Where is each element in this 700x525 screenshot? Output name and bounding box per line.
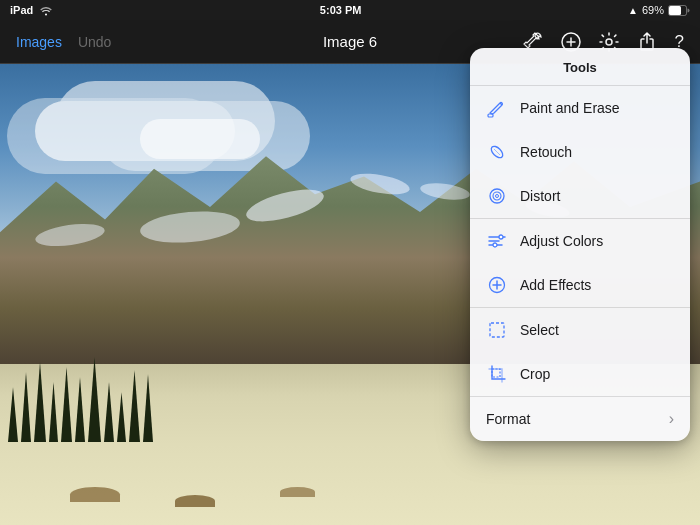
- toolbar-left: Images Undo: [16, 34, 111, 50]
- svg-rect-1: [669, 6, 681, 15]
- svg-rect-12: [490, 323, 504, 337]
- ipad-label: iPad: [10, 4, 33, 16]
- paint-erase-item[interactable]: Paint and Erase: [470, 86, 690, 130]
- status-right: ▲ 69%: [628, 4, 690, 16]
- wifi-icon: [39, 5, 53, 16]
- paint-erase-label: Paint and Erase: [520, 100, 620, 116]
- adjust-colors-icon: [486, 230, 508, 252]
- adjust-colors-item[interactable]: Adjust Colors: [470, 219, 690, 263]
- undo-button[interactable]: Undo: [78, 34, 111, 50]
- format-label: Format: [486, 411, 530, 427]
- status-time: 5:03 PM: [320, 4, 362, 16]
- menu-section-draw: Paint and Erase Retouch Distort: [470, 86, 690, 219]
- toolbar-title: Image 6: [323, 33, 377, 50]
- paint-erase-icon: [486, 97, 508, 119]
- menu-title: Tools: [470, 48, 690, 86]
- battery-label: 69%: [642, 4, 664, 16]
- svg-rect-13: [492, 369, 500, 377]
- status-bar: iPad 5:03 PM ▲ 69%: [0, 0, 700, 20]
- retouch-item[interactable]: Retouch: [470, 130, 690, 174]
- svg-point-6: [490, 189, 504, 203]
- svg-point-3: [606, 39, 612, 45]
- distort-label: Distort: [520, 188, 560, 204]
- tools-popup: Tools Paint and Erase Retouch: [470, 48, 690, 441]
- adjust-colors-label: Adjust Colors: [520, 233, 603, 249]
- signal-icon: ▲: [628, 5, 638, 16]
- retouch-icon: [486, 141, 508, 163]
- svg-rect-4: [488, 114, 493, 117]
- add-effects-icon: [486, 274, 508, 296]
- distort-item[interactable]: Distort: [470, 174, 690, 218]
- svg-point-8: [496, 195, 499, 198]
- format-chevron: ›: [669, 410, 674, 428]
- svg-point-9: [499, 235, 503, 239]
- add-effects-label: Add Effects: [520, 277, 591, 293]
- distort-icon: [486, 185, 508, 207]
- menu-section-color: Adjust Colors Add Effects: [470, 219, 690, 308]
- select-label: Select: [520, 322, 559, 338]
- status-left: iPad: [10, 4, 53, 16]
- menu-section-select: Select Crop: [470, 308, 690, 397]
- svg-point-7: [493, 192, 501, 200]
- battery-icon: [668, 5, 690, 16]
- select-icon: [486, 319, 508, 341]
- back-button[interactable]: Images: [16, 34, 62, 50]
- crop-icon: [486, 363, 508, 385]
- crop-label: Crop: [520, 366, 550, 382]
- svg-point-10: [493, 243, 497, 247]
- add-effects-item[interactable]: Add Effects: [470, 263, 690, 307]
- format-item[interactable]: Format ›: [470, 397, 690, 441]
- retouch-label: Retouch: [520, 144, 572, 160]
- select-item[interactable]: Select: [470, 308, 690, 352]
- crop-item[interactable]: Crop: [470, 352, 690, 396]
